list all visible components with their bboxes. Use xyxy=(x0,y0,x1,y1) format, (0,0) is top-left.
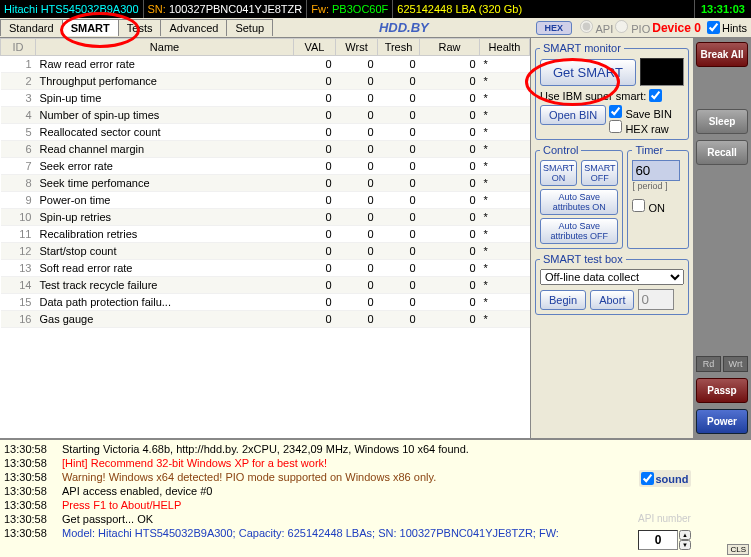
table-row[interactable]: 2Throughput perfomance0000* xyxy=(1,73,530,90)
top-status-bar: Hitachi HTS545032B9A300 SN: 100327PBNC04… xyxy=(0,0,751,18)
recall-button[interactable]: Recall xyxy=(696,140,748,165)
smart-monitor-box: SMART monitor Get SMART Use IBM super sm… xyxy=(535,42,689,140)
api-number-label: API number xyxy=(638,513,691,524)
firmware: Fw: PB3OC60F xyxy=(307,0,393,18)
hex-button[interactable]: HEX xyxy=(536,21,573,35)
table-row[interactable]: 5Reallocated sector count0000* xyxy=(1,124,530,141)
col-header[interactable]: Tresh xyxy=(378,39,420,56)
sound-checkbox[interactable]: sound xyxy=(639,470,691,487)
hex-raw-checkbox[interactable]: HEX raw xyxy=(609,120,672,135)
wrt-indicator: Wrt xyxy=(723,356,748,372)
log-line: 13:30:58Warning! Windows x64 detected! P… xyxy=(4,470,747,484)
col-header[interactable]: VAL xyxy=(294,39,336,56)
rd-indicator: Rd xyxy=(696,356,721,372)
table-row[interactable]: 8Seek time perfomance0000* xyxy=(1,175,530,192)
passp-button[interactable]: Passp xyxy=(696,378,748,403)
abort-button[interactable]: Abort xyxy=(590,290,634,310)
table-row[interactable]: 10Spin-up retries0000* xyxy=(1,209,530,226)
sleep-button[interactable]: Sleep xyxy=(696,109,748,134)
tab-advanced[interactable]: Advanced xyxy=(160,19,227,36)
test-select[interactable]: Off-line data collect xyxy=(540,269,684,285)
save-bin-checkbox[interactable]: Save BIN xyxy=(609,105,672,120)
side-toolbar: Break All Sleep Recall Rd Wrt Passp Powe… xyxy=(693,38,751,438)
log-line: 13:30:58Get passport... OK xyxy=(4,512,747,526)
log-line: 13:30:58Model: Hitachi HTS545032B9A300; … xyxy=(4,526,747,540)
timer-box: Timer [ period ] ON xyxy=(627,144,689,249)
break-all-button[interactable]: Break All xyxy=(696,42,748,67)
autosave-off-button[interactable]: Auto Save attributes OFF xyxy=(540,218,618,244)
log-line: 13:30:58[Hint] Recommend 32-bit Windows … xyxy=(4,456,747,470)
col-header[interactable]: Wrst xyxy=(336,39,378,56)
table-row[interactable]: 3Spin-up time0000* xyxy=(1,90,530,107)
table-row[interactable]: 4Number of spin-up times0000* xyxy=(1,107,530,124)
log-line: 13:30:58API access enabled, device #0 xyxy=(4,484,747,498)
api-number: 0 xyxy=(638,530,678,550)
tab-setup[interactable]: Setup xyxy=(226,19,273,36)
lba-capacity: 625142448 LBA (320 Gb) xyxy=(393,0,695,18)
tab-tests[interactable]: Tests xyxy=(118,19,162,36)
table-row[interactable]: 14Test track recycle failure0000* xyxy=(1,277,530,294)
open-bin-button[interactable]: Open BIN xyxy=(540,105,606,125)
tab-standard[interactable]: Standard xyxy=(0,19,63,36)
api-radio[interactable]: API xyxy=(580,20,613,35)
log-panel[interactable]: 13:30:58Starting Victoria 4.68b, http://… xyxy=(0,438,751,557)
serial-number: SN: 100327PBNC041YJE8TZR xyxy=(144,0,308,18)
hints-checkbox[interactable]: Hints xyxy=(707,21,747,34)
log-line: 13:30:58Press F1 to About/HELP xyxy=(4,498,747,512)
device-label: Device 0 xyxy=(652,21,701,35)
timer-on-checkbox[interactable]: ON xyxy=(632,199,684,214)
smart-off-button[interactable]: SMART OFF xyxy=(581,160,618,186)
api-down-button[interactable]: ▼ xyxy=(679,540,691,550)
hddby-logo: HDD.BY xyxy=(272,20,535,35)
tab-bar: Standard SMART Tests Advanced Setup HDD.… xyxy=(0,18,751,38)
get-smart-button[interactable]: Get SMART xyxy=(540,59,636,86)
table-row[interactable]: 7Seek error rate0000* xyxy=(1,158,530,175)
table-row[interactable]: 15Data path protection failu...0000* xyxy=(1,294,530,311)
cls-button[interactable]: CLS xyxy=(727,544,749,555)
table-row[interactable]: 9Power-on time0000* xyxy=(1,192,530,209)
table-row[interactable]: 16Gas gauge0000* xyxy=(1,311,530,328)
col-header[interactable]: Name xyxy=(36,39,294,56)
smart-test-box: SMART test box Off-line data collect Beg… xyxy=(535,253,689,315)
ibm-checkbox[interactable] xyxy=(649,89,662,102)
table-row[interactable]: 11Recalibration retries0000* xyxy=(1,226,530,243)
control-box: Control SMART ON SMART OFF Auto Save att… xyxy=(535,144,623,249)
table-row[interactable]: 1Raw read error rate0000* xyxy=(1,56,530,73)
smart-attributes-table: IDNameVALWrstTreshRawHealth 1Raw read er… xyxy=(0,38,530,438)
timer-period-label: [ period ] xyxy=(632,181,684,191)
drive-model: Hitachi HTS545032B9A300 xyxy=(0,0,144,18)
api-up-button[interactable]: ▲ xyxy=(679,530,691,540)
log-line: 13:30:58Starting Victoria 4.68b, http://… xyxy=(4,442,747,456)
autosave-on-button[interactable]: Auto Save attributes ON xyxy=(540,189,618,215)
tab-smart[interactable]: SMART xyxy=(62,19,119,36)
col-header[interactable]: Health xyxy=(480,39,530,56)
test-value xyxy=(638,289,674,310)
table-row[interactable]: 12Start/stop count0000* xyxy=(1,243,530,260)
col-header[interactable]: ID xyxy=(1,39,36,56)
ibm-label: Use IBM super smart: xyxy=(540,90,646,102)
table-row[interactable]: 6Read channel margin0000* xyxy=(1,141,530,158)
clock: 13:31:03 xyxy=(695,3,751,15)
timer-input[interactable] xyxy=(632,160,680,181)
smart-indicator xyxy=(640,58,684,86)
begin-button[interactable]: Begin xyxy=(540,290,586,310)
col-header[interactable]: Raw xyxy=(420,39,480,56)
pio-radio[interactable]: PIO xyxy=(615,20,650,35)
smart-on-button[interactable]: SMART ON xyxy=(540,160,577,186)
power-button[interactable]: Power xyxy=(696,409,748,434)
table-row[interactable]: 13Soft read error rate0000* xyxy=(1,260,530,277)
